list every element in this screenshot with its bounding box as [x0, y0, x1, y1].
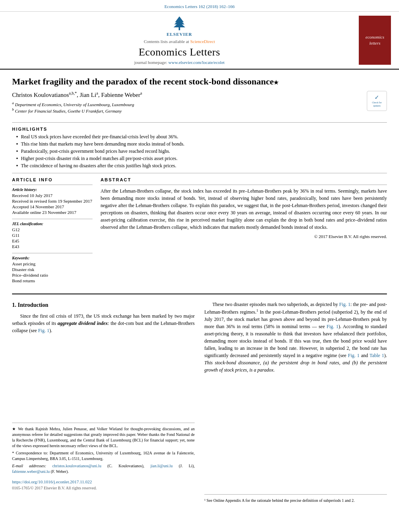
jel-g11: G11 [12, 233, 93, 238]
author-3: Fabienne Webera [101, 92, 142, 98]
highlight-1: Real US stock prices have exceeded their… [16, 134, 387, 140]
elsevier-logo: ELSEVIER [167, 16, 192, 37]
page: Economics Letters 162 (2018) 162–166 ELS… [0, 0, 399, 532]
affil-b: b Center for Financial Studies, Goethe U… [12, 107, 359, 113]
elsevier-tree-icon [170, 16, 189, 31]
divider-1 [12, 122, 387, 123]
author-1: Christos Koulovatianosa,b,* [12, 92, 77, 98]
issn-line: 0165-1765/© 2017 Elsevier B.V. All right… [12, 485, 195, 491]
journal-header-logo: ELSEVIER [167, 16, 192, 37]
info-divider-1 [12, 185, 93, 185]
highlights-label: HIGHLIGHTS [12, 127, 387, 131]
author-2: Jian Lia [80, 92, 98, 98]
keyword-3: Price–dividend ratio [12, 273, 93, 277]
received-date: Received 10 July 2017 [12, 193, 93, 198]
highlight-2: This rise hints that markets may have be… [16, 141, 387, 147]
jel-e45: E45 [12, 238, 93, 243]
top-journal-bar: Economics Letters 162 (2018) 162–166 [0, 0, 399, 12]
authors-row: Christos Koulovatianosa,b,*, Jian Lia, F… [12, 91, 387, 118]
keyword-2: Disaster risk [12, 267, 93, 272]
divider-2 [12, 173, 387, 173]
journal-title: Economics Letters [139, 46, 220, 58]
abstract-text: After the Lehman-Brothers collapse, the … [101, 187, 387, 231]
abstract-divider [101, 185, 387, 185]
jel-g12: G12 [12, 227, 93, 232]
article-title-area: Market fragility and the paradox of the … [12, 76, 387, 88]
footnote-star: ★ We thank Rajnish Mehra, Julien Penasse… [12, 426, 195, 449]
highlights-section: HIGHLIGHTS Real US stock prices have exc… [12, 127, 387, 169]
doi-line: https://doi.org/10.1016/j.econlet.2017.1… [12, 479, 195, 485]
keyword-1: Asset pricing [12, 261, 93, 266]
main-content: Market fragility and the paradox of the … [0, 70, 399, 511]
contents-line: Contents lists available at ScienceDirec… [144, 39, 215, 44]
info-divider-3 [12, 253, 93, 253]
check-updates-badge: ✓ Check forupdates [367, 91, 387, 111]
sciencedirect-link[interactable]: ScienceDirect [190, 39, 215, 44]
right-footnotes-area: ¹ See Online Appendix A for the rational… [204, 494, 387, 503]
email-fabienne: fabienne.weber@uni.lu [12, 469, 50, 474]
journal-header-left: ELSEVIER Contents lists available at Sci… [8, 16, 351, 65]
article-history-label: Article history: [12, 187, 93, 192]
footnote-corr: * Correspondence to: Department of Econo… [12, 450, 195, 462]
email-jian: jian.li@uni.lu [150, 464, 173, 468]
authors-list: Christos Koulovatianosa,b,*, Jian Lia, F… [12, 91, 359, 99]
paradox-sentence: This stock-bond dissonance, (a) the pers… [204, 360, 387, 373]
highlights-list: Real US stock prices have exceeded their… [12, 134, 387, 169]
authors-affil-block: Christos Koulovatianosa,b,*, Jian Lia, F… [12, 91, 359, 118]
available-date: Available online 23 November 2017 [12, 210, 93, 215]
elsevier-label: ELSEVIER [167, 32, 192, 37]
body-columns: 1. Introduction Since the first oil cris… [12, 301, 387, 505]
journal-cover-text: economicsletters [366, 34, 384, 47]
keywords-block: Keywords: Asset pricing Disaster risk Pr… [12, 256, 93, 283]
highlight-4: Higher post-crisis disaster risk in a mo… [16, 156, 387, 162]
received-revised-date: Received in revised form 19 September 20… [12, 199, 93, 203]
copyright: © 2017 Elsevier B.V. All rights reserved… [101, 234, 387, 239]
email-label: E-mail addresses: [12, 464, 46, 468]
article-info-abstract-area: ARTICLE INFO Article history: Received 1… [12, 177, 387, 287]
journal-cover-box: economicsletters [359, 16, 391, 65]
homepage-line: journal homepage: www.elsevier.com/locat… [134, 60, 225, 65]
highlight-3: Paradoxically, post-crisis government bo… [16, 148, 387, 154]
article-history-block: Article history: Received 10 July 2017 R… [12, 187, 93, 215]
highlight-5: The coincidence of having no disasters a… [16, 163, 387, 169]
article-title: Market fragility and the paradox of the … [12, 76, 279, 86]
abstract-col: ABSTRACT After the Lehman-Brothers colla… [101, 177, 387, 287]
journal-volume-link[interactable]: Economics Letters 162 (2018) 162–166 [165, 4, 235, 9]
intro-para-1: Since the first oil crisis of 1973, the … [12, 312, 195, 334]
footnote-1: ¹ See Online Appendix A for the rational… [204, 498, 387, 503]
journal-header: ELSEVIER Contents lists available at Sci… [0, 12, 399, 70]
footnote-emails: E-mail addresses: christos.koulovatianos… [12, 463, 195, 474]
footnotes-area: ★ We thank Rajnish Mehra, Julien Penasse… [12, 423, 195, 474]
body-left-col: 1. Introduction Since the first oil cris… [12, 301, 195, 505]
divider-thick [12, 294, 387, 294]
accepted-date: Accepted 14 November 2017 [12, 204, 93, 209]
keywords-label: Keywords: [12, 256, 93, 260]
homepage-link[interactable]: www.elsevier.com/locate/ecolet [169, 60, 225, 65]
intro-para-2: These two disaster episodes mark two sub… [204, 301, 387, 374]
jel-block: JEL classification: G12 G11 E45 E43 [12, 222, 93, 249]
affil-a: a Department of Economics, University of… [12, 101, 359, 107]
abstract-label: ABSTRACT [101, 177, 387, 182]
svg-marker-3 [174, 22, 185, 27]
article-info-col: ARTICLE INFO Article history: Received 1… [12, 177, 93, 287]
doi-link[interactable]: https://doi.org/10.1016/j.econlet.2017.1… [12, 479, 92, 484]
keyword-4: Bond returns [12, 278, 93, 283]
body-right-col: These two disaster episodes mark two sub… [204, 301, 387, 505]
article-info-label: ARTICLE INFO [12, 177, 93, 182]
affiliations: a Department of Economics, University of… [12, 101, 359, 113]
email-values: christos.koulovatianos@uni.lu [52, 464, 101, 468]
jel-label: JEL classification: [12, 222, 93, 226]
check-updates-text: Check forupdates [372, 101, 382, 108]
jel-e43: E43 [12, 244, 93, 249]
intro-heading: 1. Introduction [12, 301, 195, 309]
info-divider-2 [12, 219, 93, 219]
check-updates-icon: ✓ [372, 94, 382, 101]
